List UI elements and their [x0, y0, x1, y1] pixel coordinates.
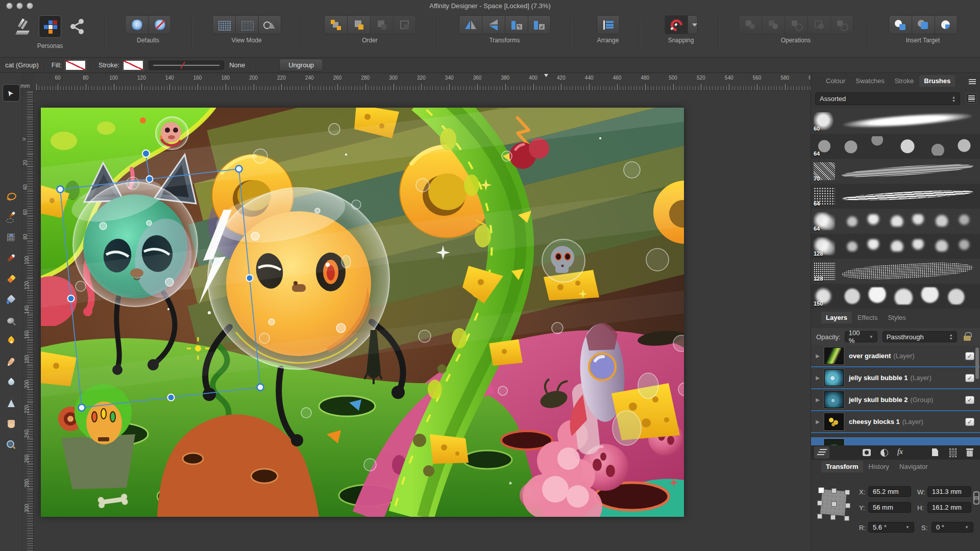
brush-list-view-button[interactable]	[966, 93, 977, 104]
mask-button[interactable]	[859, 446, 874, 459]
flip-vertical-button[interactable]	[482, 15, 505, 34]
insert-inside-button[interactable]	[935, 15, 958, 34]
pixel-persona-button[interactable]	[39, 15, 61, 38]
move-to-front-button[interactable]	[324, 15, 347, 34]
move-forward-button[interactable]	[347, 15, 370, 34]
zoom-tool[interactable]	[3, 436, 20, 454]
insert-behind-button[interactable]	[889, 15, 912, 34]
move-backward-button[interactable]	[370, 15, 393, 34]
layer-visibility-checkbox[interactable]: ✓	[965, 352, 974, 360]
smudge-tool[interactable]	[3, 354, 20, 371]
layer-row[interactable]: ▶jelly skull bubble 1(Layer)✓	[811, 367, 980, 389]
tab-history[interactable]: History	[864, 461, 894, 472]
layer-visibility-checkbox[interactable]: ✓	[965, 396, 974, 404]
row-marquee-tool[interactable]	[3, 146, 20, 164]
revert-defaults-button[interactable]	[148, 15, 171, 34]
stroke-width-widget[interactable]	[149, 61, 224, 70]
brush-row[interactable]: 128	[811, 234, 980, 259]
new-pattern-button[interactable]	[945, 446, 960, 459]
export-persona-button[interactable]	[66, 15, 89, 38]
tab-brushes[interactable]: Brushes	[919, 75, 955, 87]
move-tool[interactable]	[3, 84, 20, 102]
layer-visibility-checkbox[interactable]: ✓	[965, 374, 974, 382]
snapping-options-button[interactable]	[688, 15, 698, 34]
subtract-button[interactable]	[762, 15, 785, 34]
layers-scrollbar[interactable]	[975, 347, 979, 379]
y-input[interactable]: 56 mm	[868, 502, 911, 513]
fx-button[interactable]	[894, 446, 909, 459]
stroke-swatch[interactable]	[123, 60, 143, 70]
insert-on-top-button[interactable]	[912, 15, 935, 34]
snapping-toggle-button[interactable]	[665, 15, 688, 34]
move-to-back-button[interactable]	[393, 15, 416, 34]
lock-icon[interactable]	[963, 332, 972, 341]
layer-row[interactable]: ▶over gradient(Layer)✓	[811, 345, 980, 367]
tab-effects[interactable]: Effects	[853, 312, 883, 323]
tab-swatches[interactable]: Swatches	[851, 75, 889, 87]
opacity-select[interactable]: 100 % ▼	[845, 331, 877, 342]
outline-view-button[interactable]	[258, 15, 281, 34]
layer-thumbnail[interactable]	[824, 369, 844, 386]
divide-button[interactable]	[807, 15, 830, 34]
gradient-tool[interactable]	[3, 312, 20, 330]
brush-row[interactable]: 150	[811, 284, 980, 309]
lasso-tool[interactable]	[3, 188, 20, 205]
disclosure-icon[interactable]: ▶	[811, 353, 824, 359]
fill-swatch[interactable]	[65, 60, 86, 70]
rotate-ccw-button[interactable]	[505, 15, 528, 34]
tab-transform[interactable]: Transform	[821, 461, 863, 472]
blur-tool[interactable]	[3, 374, 20, 391]
add-button[interactable]	[739, 15, 762, 34]
burn-tool[interactable]	[3, 333, 20, 350]
tab-colour[interactable]: Colour	[821, 75, 850, 87]
disclosure-icon[interactable]: ▶	[811, 375, 824, 381]
panel-menu-icon[interactable]	[969, 79, 976, 84]
paint-brush-tool[interactable]	[3, 250, 20, 267]
flood-select-tool[interactable]	[3, 229, 20, 246]
layer-thumbnail[interactable]	[824, 347, 844, 364]
selection-rotation-handle[interactable]	[142, 150, 150, 157]
view-pan-tool[interactable]	[3, 416, 20, 433]
layer-visibility-checkbox[interactable]: ✓	[965, 418, 974, 426]
brush-row[interactable]: 64	[811, 209, 980, 234]
tab-stroke[interactable]: Stroke	[890, 75, 919, 87]
synchronise-defaults-button[interactable]	[125, 15, 148, 34]
link-dimensions-icon[interactable]	[973, 491, 978, 505]
intersect-button[interactable]	[785, 15, 807, 34]
flood-fill-tool[interactable]	[3, 291, 20, 309]
pixel-view-button[interactable]	[212, 15, 235, 34]
brush-row[interactable]: 70	[811, 159, 980, 184]
flip-horizontal-button[interactable]	[459, 15, 482, 34]
tab-navigator[interactable]: Navigator	[895, 461, 933, 472]
erase-brush-tool[interactable]	[3, 270, 20, 288]
ruler-vertical[interactable]: 0204060801001201401601802002202402602803…	[22, 91, 34, 551]
layer-row[interactable]: ▶cheesy blocks 1(Layer)✓	[811, 411, 980, 433]
brush-row[interactable]: 64	[811, 134, 980, 159]
brush-row[interactable]: 60	[811, 109, 980, 134]
rotate-cw-button[interactable]	[528, 15, 551, 34]
disclosure-icon[interactable]: ▶	[811, 397, 824, 403]
s-select[interactable]: 0 °▼	[932, 522, 973, 533]
layers-stack-button[interactable]	[814, 446, 829, 459]
x-input[interactable]: 65.2 mm	[868, 486, 911, 497]
r-select[interactable]: 5.6 °▼	[868, 522, 914, 533]
adjustment-button[interactable]	[876, 446, 892, 459]
selection-brush-tool[interactable]	[3, 209, 20, 226]
layer-row[interactable]: ▶jelly skull bubble 2(Group)✓	[811, 389, 980, 411]
trash-button[interactable]	[962, 446, 977, 459]
brush-row[interactable]: 128	[811, 259, 980, 284]
column-marquee-tool[interactable]	[3, 167, 20, 184]
ellipse-marquee-tool[interactable]	[3, 126, 20, 143]
layer-thumbnail[interactable]	[824, 413, 844, 430]
rectangle-marquee-tool[interactable]	[3, 105, 20, 122]
sharpen-tool[interactable]	[3, 395, 20, 412]
combine-button[interactable]	[830, 15, 853, 34]
new-page-button[interactable]	[927, 446, 943, 459]
w-input[interactable]: 131.3 mm	[927, 486, 971, 497]
transform-anchor-selector[interactable]	[817, 487, 851, 520]
brush-category-select[interactable]: Assorted ▲▼	[815, 92, 960, 105]
blend-mode-select[interactable]: Passthrough ▲▼	[883, 331, 957, 342]
layer-row-selected-partial[interactable]	[811, 437, 980, 445]
ruler-horizontal[interactable]: 6080100120140160180200220240260280300320…	[34, 74, 811, 91]
ungroup-button[interactable]: Ungroup	[279, 59, 323, 71]
